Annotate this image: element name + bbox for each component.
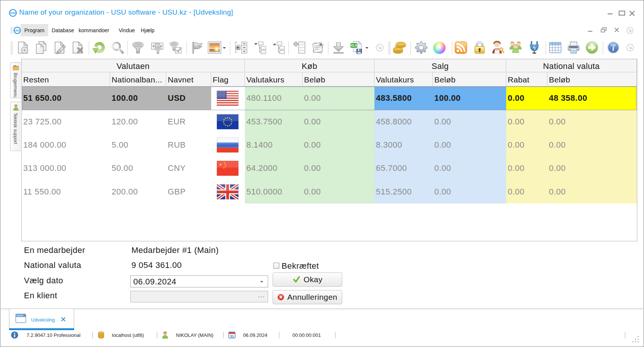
svg-text:31: 31 <box>230 334 234 338</box>
svg-text:XLS: XLS <box>350 43 357 47</box>
svg-text:USU: USU <box>15 29 20 32</box>
svg-text:i: i <box>612 44 614 53</box>
svg-text:USU: USU <box>10 12 16 14</box>
